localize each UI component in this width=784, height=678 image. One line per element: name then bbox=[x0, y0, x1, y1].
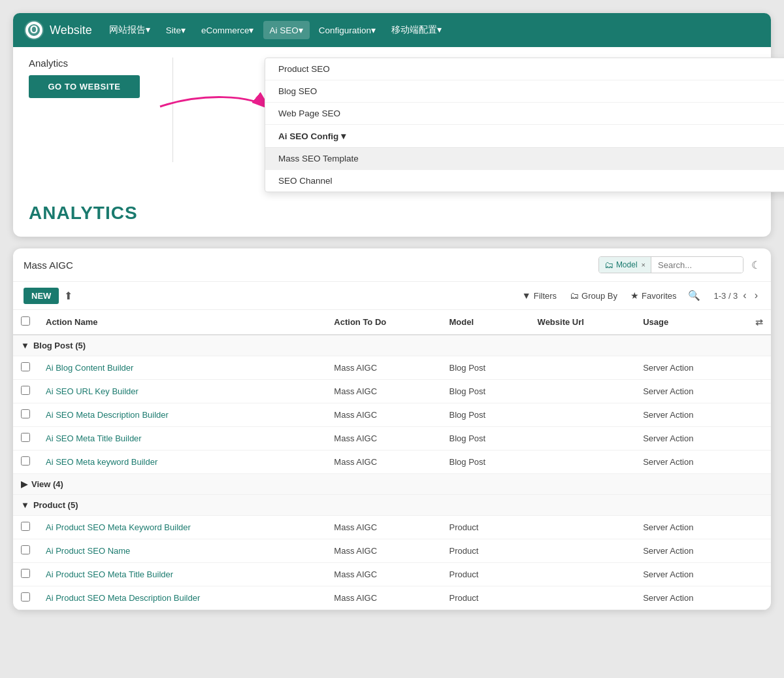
row-action-to-do: Mass AIGC bbox=[326, 539, 441, 563]
table-row: Ai Product SEO Name Mass AIGC Product Se… bbox=[13, 539, 771, 563]
row-settings-cell bbox=[747, 450, 771, 474]
row-action-name[interactable]: Ai SEO Meta keyword Builder bbox=[38, 450, 326, 474]
row-settings-cell bbox=[747, 356, 771, 380]
row-action-name[interactable]: Ai SEO Meta Description Builder bbox=[38, 403, 326, 427]
row-checkbox[interactable] bbox=[21, 409, 30, 418]
row-action-to-do: Mass AIGC bbox=[326, 450, 441, 474]
nav-mobile[interactable]: 移动端配置▾ bbox=[385, 20, 448, 40]
row-model: Product bbox=[442, 563, 530, 586]
dropdown-item-product-seo[interactable]: Product SEO bbox=[265, 58, 784, 80]
table-row: Ai Product SEO Meta Description Builder … bbox=[13, 586, 771, 610]
row-model: Product bbox=[442, 539, 530, 563]
table-row: Ai Product SEO Meta Title Builder Mass A… bbox=[13, 563, 771, 586]
settings-columns-icon[interactable]: ⇄ bbox=[755, 317, 763, 328]
favorites-button[interactable]: ★ Favorites bbox=[627, 288, 680, 303]
group-toggle-1[interactable]: ▶ bbox=[21, 479, 27, 489]
row-checkbox-cell bbox=[13, 586, 38, 610]
row-action-name[interactable]: Ai SEO Meta Title Builder bbox=[38, 427, 326, 450]
row-checkbox[interactable] bbox=[21, 522, 30, 531]
row-action-name[interactable]: Ai Product SEO Name bbox=[38, 539, 326, 563]
row-checkbox-cell bbox=[13, 450, 38, 474]
svg-text:O: O bbox=[30, 24, 38, 35]
group-toggle-2[interactable]: ▼ bbox=[21, 500, 29, 510]
row-checkbox[interactable] bbox=[21, 545, 30, 554]
row-model: Product bbox=[442, 586, 530, 610]
row-settings-cell bbox=[747, 516, 771, 539]
navbar: O Website 网站报告▾ Site▾ eCommerce▾ Ai SEO▾… bbox=[13, 13, 771, 47]
row-settings-cell bbox=[747, 563, 771, 586]
pagination: 1-3 / 3 ‹ › bbox=[713, 288, 760, 303]
row-checkbox[interactable] bbox=[21, 456, 30, 466]
row-settings-cell bbox=[747, 403, 771, 427]
search-input[interactable] bbox=[651, 258, 743, 273]
row-model: Product bbox=[442, 516, 530, 539]
dropdown-item-seo-channel[interactable]: SEO Channel bbox=[265, 170, 784, 192]
group-toggle-0[interactable]: ▼ bbox=[21, 341, 29, 350]
dropdown-item-mass-seo-template[interactable]: Mass SEO Template bbox=[265, 148, 784, 170]
row-usage: Server Action bbox=[635, 427, 747, 450]
brand-logo: O bbox=[24, 20, 44, 41]
nav-ecommerce[interactable]: eCommerce▾ bbox=[195, 21, 261, 39]
dropdown-item-web-page-seo[interactable]: Web Page SEO bbox=[265, 103, 784, 125]
row-website-url bbox=[530, 516, 636, 539]
toolbar: NEW ⬆ ▼ Filters 🗂 Group By ★ Favorites 🔍… bbox=[13, 282, 771, 310]
row-usage: Server Action bbox=[635, 356, 747, 380]
nav-ai-seo[interactable]: Ai SEO▾ bbox=[263, 21, 310, 39]
row-website-url bbox=[530, 427, 636, 450]
row-action-to-do: Mass AIGC bbox=[326, 563, 441, 586]
group-row: ▼Product (5) bbox=[13, 495, 771, 516]
row-checkbox[interactable] bbox=[21, 433, 30, 442]
moon-icon[interactable]: ☾ bbox=[751, 259, 760, 271]
row-usage: Server Action bbox=[635, 563, 747, 586]
dropdown-area: Product SEO Blog SEO Web Page SEO Ai SEO… bbox=[173, 58, 755, 192]
row-action-name[interactable]: Ai Product SEO Meta Keyword Builder bbox=[38, 516, 326, 539]
nav-site[interactable]: Site▾ bbox=[159, 21, 192, 39]
row-checkbox[interactable] bbox=[21, 362, 30, 371]
search-icon[interactable]: 🔍 bbox=[685, 287, 703, 304]
select-all-checkbox[interactable] bbox=[21, 316, 30, 326]
ai-seo-dropdown-menu: Product SEO Blog SEO Web Page SEO Ai SEO… bbox=[265, 58, 784, 192]
prev-page-button[interactable]: ‹ bbox=[740, 288, 749, 303]
upload-icon[interactable]: ⬆ bbox=[64, 290, 73, 302]
row-usage: Server Action bbox=[635, 403, 747, 427]
go-to-website-button[interactable]: GO TO WEBSITE bbox=[29, 75, 140, 98]
group-by-icon: 🗂 bbox=[570, 290, 579, 301]
row-website-url bbox=[530, 356, 636, 380]
next-page-button[interactable]: › bbox=[752, 288, 760, 303]
analytics-section-left: Analytics GO TO WEBSITE bbox=[29, 58, 159, 98]
group-by-button[interactable]: 🗂 Group By bbox=[566, 288, 621, 303]
col-settings: ⇄ bbox=[747, 310, 771, 335]
row-action-name[interactable]: Ai Product SEO Meta Title Builder bbox=[38, 563, 326, 586]
row-settings-cell bbox=[747, 586, 771, 610]
row-model: Blog Post bbox=[442, 356, 530, 380]
analytics-heading: ANALYTICS bbox=[13, 192, 771, 237]
bottom-card: Mass AIGC 🗂 Model × ☾ NEW ⬆ ▼ Filters 🗂 … bbox=[13, 248, 771, 610]
filters-button[interactable]: ▼ Filters bbox=[518, 288, 561, 303]
row-action-name[interactable]: Ai SEO URL Key Builder bbox=[38, 380, 326, 403]
analytics-label: Analytics bbox=[29, 58, 159, 69]
row-website-url bbox=[530, 539, 636, 563]
new-button[interactable]: NEW bbox=[24, 288, 59, 304]
row-checkbox[interactable] bbox=[21, 386, 30, 395]
filter-icon: ▼ bbox=[522, 290, 531, 301]
dropdown-subheader-ai-seo-config[interactable]: Ai SEO Config ▾ bbox=[265, 125, 784, 148]
row-usage: Server Action bbox=[635, 380, 747, 403]
row-checkbox[interactable] bbox=[21, 592, 30, 602]
row-action-name[interactable]: Ai Product SEO Meta Description Builder bbox=[38, 586, 326, 610]
row-checkbox[interactable] bbox=[21, 569, 30, 578]
col-action-name: Action Name bbox=[38, 310, 326, 335]
search-area: 🗂 Model × bbox=[598, 256, 743, 273]
dropdown-item-blog-seo[interactable]: Blog SEO bbox=[265, 80, 784, 103]
row-action-to-do: Mass AIGC bbox=[326, 403, 441, 427]
row-checkbox-cell bbox=[13, 427, 38, 450]
nav-report[interactable]: 网站报告▾ bbox=[103, 20, 157, 40]
table-row: Ai Blog Content Builder Mass AIGC Blog P… bbox=[13, 356, 771, 380]
mass-aigc-title: Mass AIGC bbox=[24, 260, 591, 271]
brand[interactable]: O Website bbox=[24, 20, 92, 41]
row-checkbox-cell bbox=[13, 539, 38, 563]
row-model: Blog Post bbox=[442, 403, 530, 427]
row-action-name[interactable]: Ai Blog Content Builder bbox=[38, 356, 326, 380]
row-checkbox-cell bbox=[13, 563, 38, 586]
nav-configuration[interactable]: Configuration▾ bbox=[312, 21, 382, 39]
model-tag-close[interactable]: × bbox=[642, 261, 645, 269]
